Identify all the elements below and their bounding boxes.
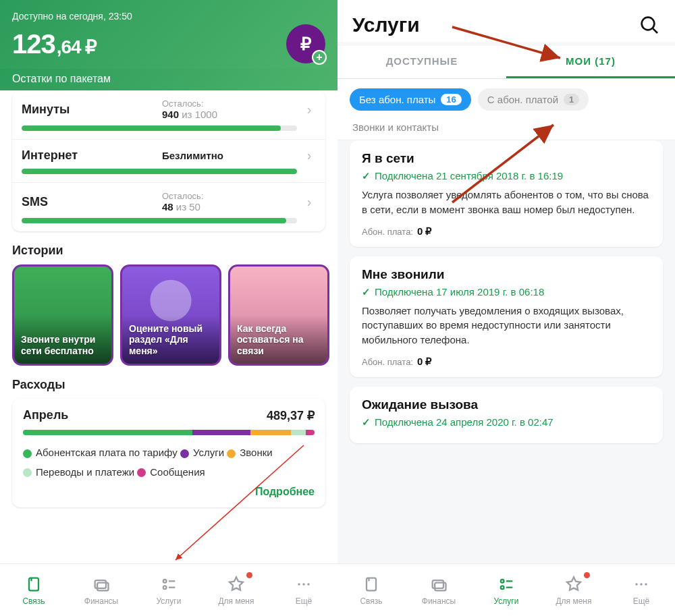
service-desc: Позволяет получать уведомления о входящи…: [362, 304, 651, 347]
packet-of: из 50: [173, 201, 200, 213]
packet-value: Безлимитно: [162, 150, 223, 161]
services-list: Я в сети Подключена 21 сентября 2018 г. …: [338, 140, 675, 616]
story-text: Звоните внутри сети бесплатно: [21, 334, 105, 357]
tab-forme[interactable]: Для меня: [207, 575, 266, 606]
svg-point-6: [163, 586, 167, 589]
balance-currency: ₽: [85, 36, 97, 58]
svg-point-9: [298, 583, 300, 586]
packet-name: Интернет: [22, 148, 157, 163]
tab-label: Ещё: [296, 596, 313, 606]
packet-minutes[interactable]: Минуты Осталось: 940 из 1000 ›: [12, 90, 325, 139]
expenses-bar: [23, 430, 315, 435]
svg-point-24: [635, 583, 638, 586]
packet-value: 48: [162, 201, 173, 213]
tabbar: СвязьФинансыУслугиДля меняЕщё: [338, 563, 675, 616]
packet-name: Минуты: [22, 103, 157, 117]
service-title: Мне звонили: [362, 267, 651, 282]
tab-label: Услуги: [157, 596, 182, 606]
svg-point-21: [501, 586, 504, 589]
service-status: Подключена 24 апреля 2020 г. в 02:47: [362, 416, 651, 428]
packet-sms[interactable]: SMS Осталось: 48 из 50 ›: [12, 182, 325, 231]
expenses-more-link[interactable]: Подробнее: [23, 486, 315, 498]
page-title: Услуги: [352, 13, 420, 36]
category-title: Звонки и контакты: [338, 120, 675, 140]
chip-label: С абон. платой: [487, 94, 558, 105]
stories-title: Истории: [0, 231, 338, 264]
stories-row: Звоните внутри сети бесплатно Оцените но…: [0, 264, 338, 366]
tab-available[interactable]: ДОСТУПНЫЕ: [338, 46, 506, 78]
story-card[interactable]: Как всегда оставаться на связи: [228, 264, 329, 366]
service-fee: Абон. плата:0 ₽: [362, 356, 651, 368]
packets-card: Минуты Осталось: 940 из 1000 › Интернет …: [12, 90, 325, 231]
chip-count: 16: [441, 94, 461, 105]
svg-line-13: [653, 28, 657, 33]
tab-label: Ещё: [633, 596, 650, 606]
tab-connect[interactable]: Связь: [4, 575, 63, 606]
plus-icon: +: [312, 50, 327, 65]
service-card[interactable]: Мне звонили Подключена 17 июля 2019 г. в…: [350, 256, 663, 377]
tab-label: Для меня: [556, 596, 591, 606]
chevron-right-icon: ›: [302, 102, 316, 117]
tab-label: Финансы: [422, 596, 456, 606]
notification-badge: [246, 572, 252, 578]
tab-connect[interactable]: Связь: [342, 575, 401, 606]
packet-remaining-label: Осталось:: [162, 191, 297, 201]
expenses-month: Апрель: [23, 408, 68, 423]
search-icon[interactable]: [639, 14, 660, 36]
packet-remaining-label: Осталось:: [162, 99, 297, 109]
service-fee: Абон. плата:0 ₽: [362, 225, 651, 237]
svg-point-12: [642, 18, 655, 30]
tabbar: СвязьФинансыУслугиДля меняЕщё: [0, 563, 338, 616]
svg-rect-1: [29, 578, 38, 590]
service-status: Подключена 21 сентября 2018 г. в 16:19: [362, 170, 651, 182]
tab-forme[interactable]: Для меня: [544, 575, 603, 606]
chip-count: 1: [564, 94, 579, 105]
available-label: Доступно на сегодня, 23:50: [12, 11, 325, 22]
chip-with-fee[interactable]: С абон. платой 1: [478, 88, 589, 111]
service-card[interactable]: Ожидание вызова Подключена 24 апреля 202…: [350, 387, 663, 443]
notification-badge: [584, 572, 590, 578]
balance-amount[interactable]: 123 ,64 ₽: [12, 29, 97, 59]
chip-no-fee[interactable]: Без абон. платы 16: [350, 88, 471, 111]
chevron-right-icon: ›: [302, 148, 316, 163]
service-tabs: ДОСТУПНЫЕ МОИ (17): [338, 46, 675, 79]
service-title: Я в сети: [362, 151, 651, 166]
packet-value: 940: [162, 109, 179, 120]
svg-point-26: [645, 583, 647, 586]
expenses-title: Расходы: [0, 366, 338, 399]
story-text: Как всегда оставаться на связи: [237, 323, 321, 357]
service-desc: Услуга позволяет уведомлять абонентов о …: [362, 188, 651, 217]
tab-mine[interactable]: МОИ (17): [506, 46, 675, 78]
chevron-right-icon: ›: [302, 194, 316, 210]
service-title: Ожидание вызова: [362, 397, 651, 412]
tab-label: Услуги: [494, 596, 519, 606]
svg-point-11: [307, 583, 310, 586]
topup-button[interactable]: ₽+: [286, 24, 325, 63]
tab-finance[interactable]: Финансы: [409, 575, 468, 606]
service-status: Подключена 17 июля 2019 г. в 06:18: [362, 286, 651, 298]
story-card[interactable]: Оцените новый раздел «Для меня»: [120, 264, 221, 366]
tab-services[interactable]: Услуги: [477, 575, 536, 606]
story-card[interactable]: Звоните внутри сети бесплатно: [12, 264, 113, 366]
tab-label: Финансы: [84, 596, 118, 606]
chip-label: Без абон. платы: [359, 94, 435, 105]
service-card[interactable]: Я в сети Подключена 21 сентября 2018 г. …: [350, 140, 663, 247]
packet-name: SMS: [22, 195, 157, 209]
expenses-legend: Абонентская плата по тарифу Услуги Звонк…: [23, 443, 315, 482]
tab-more[interactable]: Ещё: [274, 575, 333, 606]
packet-of: из 1000: [179, 109, 217, 120]
tab-label: Связь: [360, 596, 382, 606]
tab-more[interactable]: Ещё: [612, 575, 671, 606]
packet-internet[interactable]: Интернет Безлимитно ›: [12, 139, 325, 182]
expenses-amount: 489,37 ₽: [267, 408, 315, 423]
svg-point-25: [640, 583, 643, 586]
tab-label: Связь: [22, 596, 45, 606]
tab-finance[interactable]: Финансы: [72, 575, 131, 606]
svg-point-20: [501, 580, 504, 583]
balance-main: 123: [12, 29, 55, 59]
tab-label: Для меня: [218, 596, 254, 606]
tab-services[interactable]: Услуги: [139, 575, 198, 606]
svg-point-5: [163, 580, 167, 583]
packets-title: Остатки по пакетам: [0, 69, 338, 90]
expenses-card[interactable]: Апрель 489,37 ₽ Абонентская плата по тар…: [12, 399, 325, 507]
